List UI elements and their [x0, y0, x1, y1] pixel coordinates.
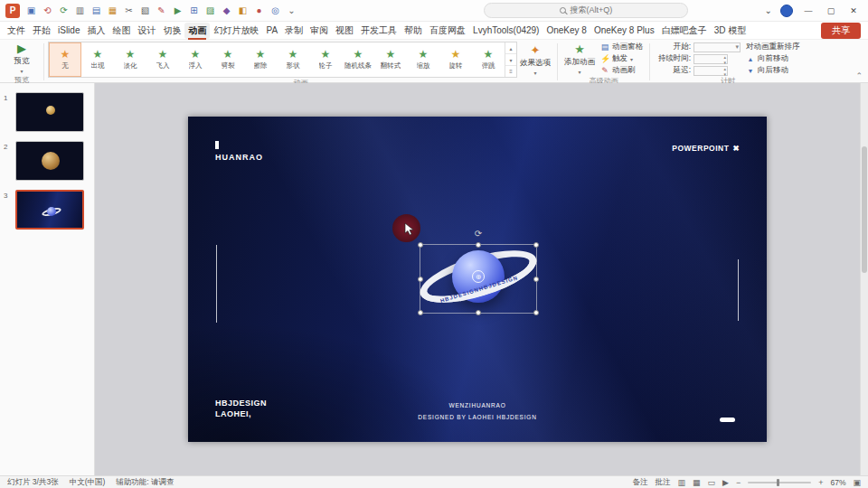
tab-slideshow[interactable]: 幻灯片放映 [210, 23, 262, 39]
tab-transitions[interactable]: 切换 [159, 23, 184, 39]
tab-onekey8[interactable]: OneKey 8 [542, 23, 590, 37]
notes-button[interactable]: 备注 [632, 477, 647, 488]
undo-icon[interactable]: ⟲ [40, 3, 55, 18]
resize-handle[interactable] [533, 310, 539, 315]
animation-split[interactable]: ★劈裂 [212, 42, 244, 77]
normal-view-icon[interactable]: ▥ [677, 478, 685, 487]
animation-pane-button[interactable]: ▤动画窗格 [598, 42, 646, 52]
zoom-slider[interactable] [748, 482, 811, 483]
table-icon[interactable]: ⊞ [186, 3, 202, 18]
slide-2-preview[interactable] [15, 141, 84, 181]
ribbon-display-options-icon[interactable]: ⌄ [765, 5, 772, 15]
reading-view-icon[interactable]: ▭ [708, 478, 716, 487]
collapse-ribbon-icon[interactable]: ⌃ [855, 71, 863, 80]
user-avatar[interactable] [780, 5, 793, 17]
resize-handle[interactable] [418, 310, 423, 315]
resize-handle[interactable] [418, 277, 423, 282]
selection-bounding-box[interactable]: ⟳ [420, 244, 537, 314]
rotate-handle-icon[interactable]: ⟳ [475, 230, 482, 239]
duration-input[interactable] [693, 54, 728, 64]
animation-bounce[interactable]: ★弹跳 [472, 42, 505, 77]
minimize-button[interactable]: — [801, 6, 816, 15]
cut-icon[interactable]: ✂ [121, 3, 137, 18]
tab-onekey8-plus[interactable]: OneKey 8 Plus [590, 23, 658, 37]
start-select[interactable] [693, 42, 741, 52]
gallery-scroll-down-icon[interactable]: ▾ [505, 54, 516, 66]
restore-button[interactable]: ▢ [824, 6, 838, 15]
animation-appear[interactable]: ★出现 [81, 42, 114, 77]
eyebrow-text[interactable]: HUANRAO [215, 153, 263, 162]
search-input[interactable]: 搜索(Alt+Q) [484, 3, 688, 18]
thumbnail-slide-2[interactable]: 2 [0, 141, 94, 181]
tab-view[interactable]: 视图 [332, 23, 357, 39]
move-earlier-button[interactable]: ▲向前移动 [743, 53, 803, 64]
gallery-scroll-up-icon[interactable]: ▴ [505, 42, 516, 54]
animation-wheel[interactable]: ★轮子 [309, 42, 342, 77]
effect-options-button[interactable]: ✦ 效果选项 ▾ [517, 43, 553, 77]
tab-design[interactable]: 设计 [134, 23, 159, 39]
tab-pa[interactable]: PA [262, 23, 281, 37]
resize-handle[interactable] [533, 242, 539, 248]
print-icon[interactable]: ▥ [72, 3, 88, 18]
animation-fly-in[interactable]: ★飞入 [146, 42, 179, 77]
tab-draw[interactable]: 绘图 [108, 23, 134, 39]
animation-random-bars[interactable]: ★随机线条 [342, 42, 374, 77]
share-button[interactable]: 共享 [821, 23, 861, 39]
image-icon[interactable]: ▨ [203, 3, 218, 18]
resize-handle[interactable] [476, 310, 481, 315]
tab-baipiaoba-box[interactable]: 白嫖吧盒子 [658, 23, 711, 39]
tab-help[interactable]: 帮助 [401, 23, 426, 39]
tab-3d-model[interactable]: 3D 模型 [711, 23, 750, 39]
zoom-in-icon[interactable]: + [818, 478, 823, 487]
slide-sorter-icon[interactable]: ▦ [693, 478, 701, 487]
zoom-out-icon[interactable]: − [736, 478, 741, 487]
slide-top-right-text[interactable]: POWERPOINT ✖ [672, 144, 740, 153]
resize-handle[interactable] [418, 242, 423, 248]
comments-button[interactable]: 批注 [655, 477, 670, 488]
slide-1-preview[interactable] [15, 92, 84, 132]
animation-wipe[interactable]: ★擦除 [244, 42, 277, 77]
tab-baidu-netdisk[interactable]: 百度网盘 [426, 23, 469, 39]
slide-footer-center-line2[interactable]: DESIGNED BY LAOHEI HBJDESIGN [188, 414, 767, 420]
save-icon[interactable]: ▣ [24, 3, 39, 18]
preview-button[interactable]: ▶ 预览 ▾ [4, 42, 40, 75]
format-painter-icon[interactable]: ✎ [154, 3, 169, 18]
tab-record[interactable]: 录制 [281, 23, 307, 39]
footer-dash-shape[interactable] [720, 418, 735, 422]
animation-float-in[interactable]: ★浮入 [179, 42, 212, 77]
animation-fade[interactable]: ★淡化 [114, 42, 146, 77]
chart-icon[interactable]: ◧ [235, 3, 250, 18]
gallery-more-icon[interactable]: ≡ [505, 66, 516, 77]
more-commands-icon[interactable]: ⌄ [284, 3, 299, 18]
move-later-button[interactable]: ▼向后移动 [743, 65, 803, 76]
close-button[interactable]: ✕ [846, 6, 861, 15]
animation-painter-button[interactable]: ✎动画刷 [598, 65, 646, 76]
scrollbar-thumb[interactable] [862, 146, 867, 273]
accessibility-status[interactable]: 辅助功能: 请调查 [116, 477, 174, 488]
open-icon[interactable]: ▦ [105, 3, 120, 18]
redo-icon[interactable]: ⟳ [56, 3, 71, 18]
shapes-icon[interactable]: ◆ [219, 3, 234, 18]
zoom-slider-thumb[interactable] [777, 479, 779, 486]
resize-handle[interactable] [476, 242, 481, 248]
animation-zoom[interactable]: ★缩放 [407, 42, 439, 77]
zoom-percent[interactable]: 67% [830, 478, 845, 487]
delay-input[interactable] [693, 66, 728, 76]
animation-flip[interactable]: ★翻转式 [374, 42, 407, 77]
powerpoint-logo-icon[interactable]: P [5, 4, 20, 18]
slide-footer-center-line1[interactable]: WENZIHUANRAO [188, 402, 767, 408]
resize-handle[interactable] [533, 277, 539, 282]
trigger-button[interactable]: ⚡触发▾ [598, 53, 646, 64]
new-slide-icon[interactable]: ▤ [89, 3, 104, 18]
color-icon[interactable]: ● [251, 3, 267, 18]
copy-icon[interactable]: ▧ [137, 3, 153, 18]
add-animation-button[interactable]: ★ 添加动画 ▾ [561, 42, 598, 76]
slideshow-icon[interactable]: ▶ [170, 3, 185, 18]
slideshow-view-icon[interactable]: ▶ [722, 478, 729, 487]
tab-insert[interactable]: 插入 [83, 23, 108, 39]
tab-home[interactable]: 开始 [29, 23, 54, 39]
tab-developer[interactable]: 开发工具 [357, 23, 401, 39]
animation-spin[interactable]: ★旋转 [439, 42, 472, 77]
slide-3-preview[interactable] [15, 190, 84, 230]
tab-file[interactable]: 文件 [4, 23, 29, 39]
